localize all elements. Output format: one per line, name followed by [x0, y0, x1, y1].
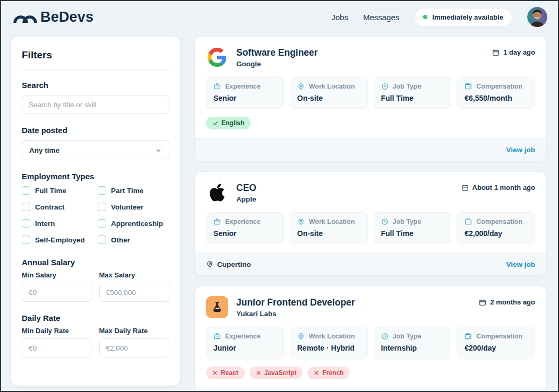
- job-company: Apple: [236, 195, 256, 203]
- job-title: Software Engineer: [236, 47, 318, 58]
- tile-value-text: €6,550/month: [465, 94, 528, 102]
- nav-messages[interactable]: Messages: [363, 13, 399, 22]
- min-salary-input[interactable]: [22, 283, 92, 302]
- tile-label-text: Job Type: [393, 333, 422, 340]
- location-icon: [206, 260, 213, 268]
- brand-logo[interactable]: BeDevs: [13, 9, 93, 25]
- x-icon: [314, 370, 319, 376]
- tile-value-text: Junior: [213, 344, 277, 352]
- calendar-icon: [479, 299, 486, 306]
- tile-label-text: Job Type: [393, 83, 422, 90]
- checkbox-intern[interactable]: Intern: [22, 219, 93, 228]
- max-salary-label: Max Salary: [99, 271, 170, 279]
- checkbox-label: Volunteer: [111, 203, 143, 211]
- checkbox-icon: [22, 236, 30, 244]
- posted-time: About 1 month ago: [461, 181, 535, 191]
- info-tile-experience: Experience Junior: [206, 327, 284, 359]
- divider: [22, 69, 169, 70]
- tile-value-text: Full Time: [381, 94, 444, 102]
- tile-value-text: On-site: [297, 229, 360, 238]
- info-tile-job-type: Job Type Full Time: [374, 212, 452, 244]
- checkbox-icon: [98, 203, 106, 211]
- search-input[interactable]: [22, 95, 169, 114]
- tag-label: French: [322, 369, 343, 377]
- view-job-link[interactable]: View job: [506, 260, 535, 268]
- tag-french: French: [307, 367, 350, 379]
- wallet-icon: [465, 218, 472, 225]
- info-tile-compensation: Compensation €6,550/month: [457, 77, 535, 109]
- chevron-down-icon: [155, 147, 162, 154]
- job-card-google: Software Engineer Google 1 day ago: [195, 36, 546, 161]
- date-posted-select[interactable]: Any time: [22, 140, 169, 160]
- view-job-link[interactable]: View job: [506, 146, 535, 154]
- tile-label-text: Work Location: [309, 333, 355, 340]
- avatar[interactable]: [527, 7, 547, 27]
- tag-label: React: [221, 369, 238, 377]
- checkbox-full-time[interactable]: Full Time: [22, 186, 93, 195]
- brand-name: BeDevs: [40, 9, 93, 25]
- checkbox-self-employed[interactable]: Self-Employed: [22, 236, 93, 244]
- tag-label: English: [221, 119, 244, 127]
- search-label: Search: [22, 81, 169, 90]
- tile-label-text: Experience: [225, 333, 261, 340]
- location-icon: [297, 218, 305, 225]
- tile-label-text: Work Location: [309, 83, 355, 90]
- checkbox-icon: [22, 219, 30, 228]
- checkbox-volunteer[interactable]: Volunteer: [98, 203, 169, 211]
- job-company: Google: [236, 60, 318, 68]
- info-tile-compensation: Compensation €2,000/day: [457, 212, 535, 244]
- availability-dot-icon: [423, 15, 427, 19]
- checkbox-label: Contract: [35, 203, 65, 211]
- checkbox-label: Other: [111, 236, 130, 244]
- date-posted-value: Any time: [29, 146, 59, 154]
- max-salary-input[interactable]: [99, 283, 170, 302]
- posted-label: About 1 month ago: [472, 184, 535, 191]
- job-company: Yukari Labs: [236, 310, 355, 318]
- job-title: Junior Frontend Developer: [236, 297, 355, 308]
- checkbox-icon: [22, 203, 30, 211]
- tile-value-text: Internship: [381, 344, 444, 352]
- posted-time: 1 day ago: [492, 46, 535, 56]
- min-daily-rate-input[interactable]: [22, 338, 92, 358]
- info-tile-experience: Experience Senior: [206, 77, 284, 109]
- calendar-icon: [492, 49, 500, 56]
- bedevs-arches-icon: [13, 10, 37, 24]
- location-icon: [297, 83, 305, 90]
- checkbox-label: Intern: [35, 220, 55, 228]
- max-daily-rate-input[interactable]: [99, 338, 170, 358]
- apple-logo-icon: [206, 181, 228, 204]
- location-icon: [297, 333, 305, 340]
- yukari-labs-logo-icon: [206, 296, 228, 318]
- daily-rate-label: Daily Rate: [22, 313, 169, 323]
- calendar-icon: [461, 184, 469, 191]
- info-tile-experience: Experience Senior: [206, 212, 284, 244]
- posted-label: 2 months ago: [490, 298, 535, 306]
- filters-title: Filters: [22, 49, 169, 61]
- date-posted-label: Date posted: [22, 126, 169, 135]
- checkbox-label: Apprenticeship: [111, 220, 163, 228]
- job-card-yukari-labs: Junior Frontend Developer Yukari Labs 2 …: [195, 286, 546, 392]
- x-icon: [212, 370, 218, 376]
- tag-react: React: [206, 367, 245, 379]
- checkbox-label: Full Time: [35, 187, 66, 195]
- availability-status-pill[interactable]: Immediately available: [414, 8, 512, 27]
- info-tile-work-location: Work Location On-site: [290, 77, 368, 109]
- tile-label-text: Experience: [225, 218, 261, 225]
- min-salary-label: Min Salary: [22, 271, 92, 279]
- tile-value-text: Full Time: [381, 229, 444, 238]
- checkbox-part-time[interactable]: Part Time: [98, 186, 169, 195]
- checkbox-apprenticeship[interactable]: Apprenticeship: [98, 219, 169, 228]
- availability-label: Immediately available: [432, 13, 503, 21]
- tag-javascript: JavaScript: [250, 367, 303, 379]
- tile-value-text: Remote · Hybrid: [297, 344, 360, 352]
- job-location-label: Cupertino: [217, 260, 251, 268]
- checkbox-other[interactable]: Other: [98, 236, 169, 244]
- nav-jobs[interactable]: Jobs: [331, 13, 348, 22]
- tile-value-text: €200/day: [465, 344, 528, 352]
- tile-value-text: Senior: [213, 229, 277, 238]
- checkbox-icon: [98, 186, 106, 195]
- filters-panel: Filters Search Date posted Any time Empl…: [11, 36, 180, 386]
- briefcase-icon: [213, 333, 221, 340]
- check-icon: [212, 120, 218, 126]
- checkbox-contract[interactable]: Contract: [22, 203, 93, 211]
